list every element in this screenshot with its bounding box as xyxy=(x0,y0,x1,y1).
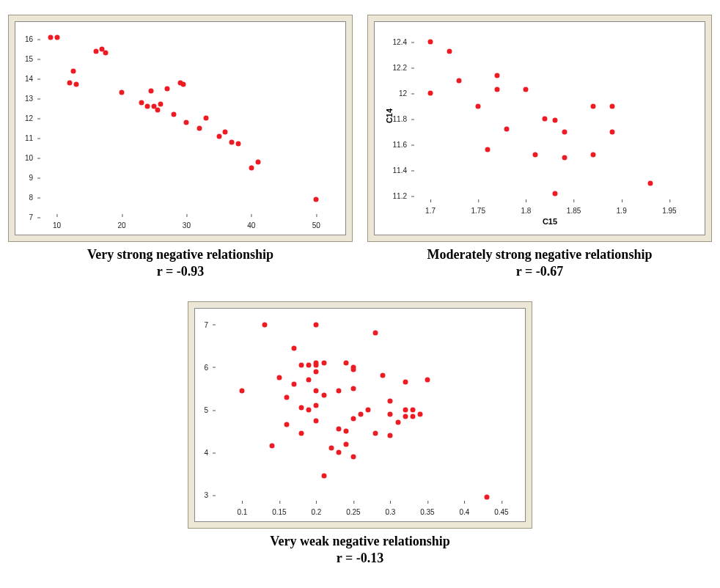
x-tick: 1.75 xyxy=(471,202,485,215)
x-tick: 1.95 xyxy=(662,202,676,215)
x-tick: 20 xyxy=(117,217,125,229)
data-point xyxy=(417,411,422,416)
data-point xyxy=(197,125,202,131)
data-point xyxy=(336,427,341,432)
data-point xyxy=(216,133,221,139)
data-point xyxy=(284,394,290,400)
data-point xyxy=(48,34,53,40)
y-tick: 10 xyxy=(25,154,37,162)
chart-2-plot: 11.211.411.611.81212.212.41.71.751.81.85… xyxy=(411,29,688,202)
x-tick: 0.25 xyxy=(346,504,360,516)
data-point xyxy=(223,130,228,135)
data-point xyxy=(184,120,189,125)
y-tick: 7 xyxy=(29,213,37,221)
x-tick: 0.4 xyxy=(459,504,469,516)
chart-1-wrap: 789101112131415161020304050 Very strong … xyxy=(8,15,353,279)
data-point xyxy=(164,86,169,91)
data-point xyxy=(590,152,595,158)
y-tick: 11.2 xyxy=(393,192,411,200)
y-tick: 15 xyxy=(25,55,37,63)
data-point xyxy=(74,82,79,87)
data-point xyxy=(292,382,297,387)
data-point xyxy=(328,446,334,451)
y-tick: 12.2 xyxy=(393,64,411,72)
x-tick: 0.35 xyxy=(420,504,434,516)
data-point xyxy=(457,78,462,83)
data-point xyxy=(93,48,98,54)
chart-1-frame: 789101112131415161020304050 xyxy=(8,15,353,242)
data-point xyxy=(249,165,254,170)
data-point xyxy=(425,378,430,383)
y-tick: 12 xyxy=(25,114,37,122)
y-tick: 13 xyxy=(25,95,37,103)
chart-2-caption-line1: Moderately strong negative relationship xyxy=(427,246,653,263)
data-point xyxy=(504,127,510,132)
data-point xyxy=(336,450,341,455)
data-point xyxy=(388,433,393,438)
data-point xyxy=(321,392,326,397)
data-point xyxy=(495,87,500,92)
chart-1-caption: Very strong negative relationship r = -0… xyxy=(87,246,273,279)
data-point xyxy=(388,399,393,404)
data-point xyxy=(203,116,208,121)
y-tick: 8 xyxy=(29,194,37,202)
chart-2-caption: Moderately strong negative relationship … xyxy=(427,246,653,279)
chart-1-inner: 789101112131415161020304050 xyxy=(15,21,346,235)
y-tick: 3 xyxy=(204,491,213,499)
data-point xyxy=(350,367,356,372)
data-point xyxy=(148,88,153,93)
chart-3-caption: Very weak negative relationship r = -0.1… xyxy=(270,533,450,566)
data-point xyxy=(306,408,312,413)
data-point xyxy=(428,91,433,96)
data-point xyxy=(343,441,348,446)
bottom-row: 345670.10.150.20.250.30.350.40.45 Very w… xyxy=(15,301,705,566)
data-point xyxy=(410,414,415,419)
x-tick: 0.1 xyxy=(237,504,247,516)
data-point xyxy=(533,152,538,158)
data-point xyxy=(181,82,186,87)
data-point xyxy=(314,388,319,393)
data-point xyxy=(476,103,481,109)
data-point xyxy=(314,362,319,367)
y-tick: 7 xyxy=(204,320,213,328)
data-point xyxy=(647,180,653,185)
chart-3-caption-line2: r = -0.13 xyxy=(270,550,450,567)
data-point xyxy=(171,111,176,117)
y-tick: 11.8 xyxy=(393,115,411,123)
y-tick: 11.6 xyxy=(393,141,411,149)
data-point xyxy=(495,73,500,78)
y-tick: 11.4 xyxy=(393,166,411,174)
x-tick: 1.8 xyxy=(521,202,531,215)
data-point xyxy=(314,369,319,374)
data-point xyxy=(299,362,304,367)
x-tick: 30 xyxy=(183,217,191,229)
y-tick: 14 xyxy=(25,75,37,83)
chart-3-caption-line1: Very weak negative relationship xyxy=(270,533,450,550)
chart-2-inner: 11.211.411.611.81212.212.41.71.751.81.85… xyxy=(374,21,705,235)
y-axis-label: C14 xyxy=(385,109,394,123)
data-point xyxy=(269,444,274,449)
chart-2-wrap: 11.211.411.611.81212.212.41.71.751.81.85… xyxy=(367,15,712,279)
data-point xyxy=(552,118,557,123)
chart-1-caption-line2: r = -0.93 xyxy=(87,263,273,280)
data-point xyxy=(255,159,260,164)
data-point xyxy=(552,191,557,196)
y-tick: 12.4 xyxy=(393,38,411,46)
data-point xyxy=(543,117,548,122)
data-point xyxy=(306,362,312,367)
data-point xyxy=(70,68,76,73)
data-point xyxy=(336,388,341,393)
data-point xyxy=(158,102,164,107)
y-tick: 9 xyxy=(29,174,37,182)
x-tick: 0.3 xyxy=(385,504,395,516)
data-point xyxy=(321,474,326,479)
data-point xyxy=(262,322,267,327)
x-tick: 0.2 xyxy=(311,504,321,516)
data-point xyxy=(373,331,378,336)
top-row: 789101112131415161020304050 Very strong … xyxy=(15,15,705,279)
data-point xyxy=(236,142,241,147)
data-point xyxy=(54,34,59,40)
data-point xyxy=(321,361,326,366)
data-point xyxy=(350,416,356,421)
data-point xyxy=(524,87,529,92)
